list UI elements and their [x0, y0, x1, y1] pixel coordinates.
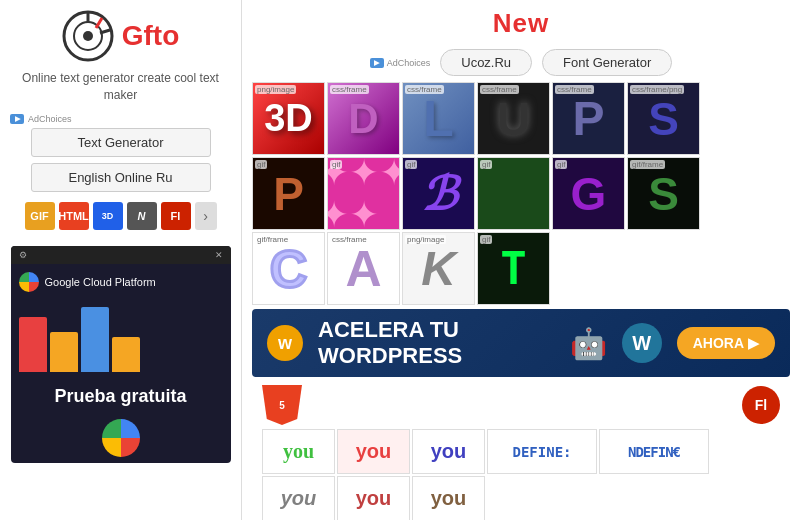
cell-label-k: png/image	[405, 235, 446, 244]
letter-cell-b[interactable]: gif ℬ	[402, 157, 475, 230]
gif-badge[interactable]: GIF	[25, 202, 55, 230]
logo-icon	[62, 10, 114, 62]
cell-label-g: gif	[555, 160, 567, 169]
tagline: Online text generator create cool text m…	[10, 70, 231, 104]
letter-cell-k[interactable]: png/image K	[402, 232, 475, 305]
you-cell-3[interactable]: you	[412, 429, 485, 474]
letter-cell-c[interactable]: gif/frame C	[252, 232, 325, 305]
bar3	[81, 307, 109, 372]
tab-font-generator[interactable]: Font Generator	[542, 49, 672, 76]
english-online-button[interactable]: English Online Ru	[31, 163, 211, 192]
html5-badge[interactable]: 5	[262, 385, 302, 425]
you-cell-6[interactable]: you	[412, 476, 485, 520]
cell-label-s2: gif/frame	[630, 160, 665, 169]
you-cell-5[interactable]: you	[337, 476, 410, 520]
html5-text: 5	[279, 400, 285, 411]
bar4	[112, 337, 140, 372]
cell-label-green: gif	[480, 160, 492, 169]
main-content: New ▶ AdChoices Ucoz.Ru Font Generator p…	[242, 0, 800, 520]
flash-badge-sidebar[interactable]: Fl	[161, 202, 191, 230]
bar2	[50, 332, 78, 372]
letter-cell-3d[interactable]: png/image 3D	[252, 82, 325, 155]
svg-point-2	[83, 31, 93, 41]
letter-cell-u[interactable]: css/frame U	[477, 82, 550, 155]
cell-label-l: css/frame	[405, 85, 444, 94]
gcp-circle-small	[19, 272, 39, 292]
cell-label-dots: gif	[330, 160, 342, 169]
you-grid-row1: you you you DEFINE: NDEFIN€	[262, 429, 780, 474]
html-badge[interactable]: HTML	[59, 202, 89, 230]
tab-ucoz[interactable]: Ucoz.Ru	[440, 49, 532, 76]
cell-label-3d: png/image	[255, 85, 296, 94]
cell-label-c: gif/frame	[255, 235, 290, 244]
cell-label-p2: gif	[255, 160, 267, 169]
bottom-icons-row: 5 Fl	[262, 385, 780, 425]
3d-badge[interactable]: 3D	[93, 202, 123, 230]
ndefine-text: NDEFIN€	[628, 444, 680, 460]
ad-close[interactable]: ✕	[215, 250, 223, 260]
define-cell[interactable]: DEFINE:	[487, 429, 597, 474]
bottom-section: 5 Fl you you you DEFINE: NDEFIN€	[252, 381, 790, 520]
you-cell-4[interactable]: you	[262, 476, 335, 520]
cell-label-d: css/frame	[330, 85, 369, 94]
ad-arrow-icon: ▶	[748, 335, 759, 351]
tab-bar: ▶ AdChoices Ucoz.Ru Font Generator	[242, 43, 800, 82]
letter-cell-a[interactable]: css/frame A	[327, 232, 400, 305]
you-cell-2[interactable]: you	[337, 429, 410, 474]
cell-label-s: css/frame/png	[630, 85, 684, 94]
text-generator-button[interactable]: Text Generator	[31, 128, 211, 157]
you-grid-row2: you you you	[262, 476, 780, 520]
more-arrow[interactable]: ›	[195, 202, 217, 230]
cell-label-p: css/frame	[555, 85, 594, 94]
ndefine-cell[interactable]: NDEFIN€	[599, 429, 709, 474]
ad-wp-icon: W	[622, 323, 662, 363]
letter-cell-s2[interactable]: gif/frame S	[627, 157, 700, 230]
gcp-logo-text: Google Cloud Platform	[45, 276, 156, 288]
flash-text: Fl	[755, 397, 767, 413]
you-cell-1[interactable]: you	[262, 429, 335, 474]
ad-header: ⚙ ✕	[11, 246, 231, 264]
main-header: New	[242, 0, 800, 43]
sidebar: Gfto Online text generator create cool t…	[0, 0, 242, 520]
letter-grid-section: png/image 3D css/frame D css/frame L css…	[242, 82, 800, 520]
letter-cell-l[interactable]: css/frame L	[402, 82, 475, 155]
logo-text: Gfto	[122, 20, 180, 52]
n-badge[interactable]: N	[127, 202, 157, 230]
ad-icon: ▶	[10, 114, 24, 124]
letter-cell-d[interactable]: css/frame D	[327, 82, 400, 155]
cell-label-a: css/frame	[330, 235, 369, 244]
letter-cell-p[interactable]: css/frame P	[552, 82, 625, 155]
ad-ahora-button[interactable]: AHORA ▶	[677, 327, 775, 359]
ad-choices-main: ▶ AdChoices	[370, 49, 431, 76]
icon-row: GIF HTML 3D N Fl ›	[25, 202, 217, 230]
gcp-logo: Google Cloud Platform	[11, 264, 231, 300]
flash-badge-bottom[interactable]: Fl	[742, 386, 780, 424]
ad-banner[interactable]: w ACELERA TU WORDPRESS 🤖 W AHORA ▶	[252, 309, 790, 377]
bar1	[19, 317, 47, 372]
letter-cell-g[interactable]: gif G	[552, 157, 625, 230]
letter-cell-s[interactable]: css/frame/png S	[627, 82, 700, 155]
cell-label-t: gif	[480, 235, 492, 244]
ad-robot-icon: 🤖	[570, 326, 607, 361]
letter-row-3: gif/frame C css/frame A png/image K gif	[252, 232, 790, 305]
cell-label-u: css/frame	[480, 85, 519, 94]
ad-icon-main: ▶	[370, 58, 384, 68]
letter-row-2: gif P gif ✦✦✦✦✦ gif ℬ gif	[252, 157, 790, 230]
letter-cell-t[interactable]: gif T	[477, 232, 550, 305]
letter-row-1: png/image 3D css/frame D css/frame L css…	[252, 82, 790, 155]
gcp-icon-area	[11, 413, 231, 463]
letter-cell-green[interactable]: gif	[477, 157, 550, 230]
ad-banner-text: ACELERA TU WORDPRESS	[318, 317, 555, 369]
promo-text: Prueba gratuita	[11, 380, 231, 413]
ad-choices-sidebar: ▶ AdChoices	[10, 114, 72, 124]
sidebar-ad: ⚙ ✕ Google Cloud Platform Prueba gratuit…	[11, 246, 231, 463]
cell-label-b: gif	[405, 160, 417, 169]
gcp-circle-large	[102, 419, 140, 457]
logo-area: Gfto	[62, 10, 180, 62]
define-text: DEFINE:	[512, 444, 571, 460]
letter-cell-p2[interactable]: gif P	[252, 157, 325, 230]
gcp-visual	[11, 300, 231, 380]
ad-w-icon: w	[267, 325, 303, 361]
ad-header-text: ⚙	[19, 250, 27, 260]
letter-cell-dots[interactable]: gif ✦✦✦✦✦	[327, 157, 400, 230]
